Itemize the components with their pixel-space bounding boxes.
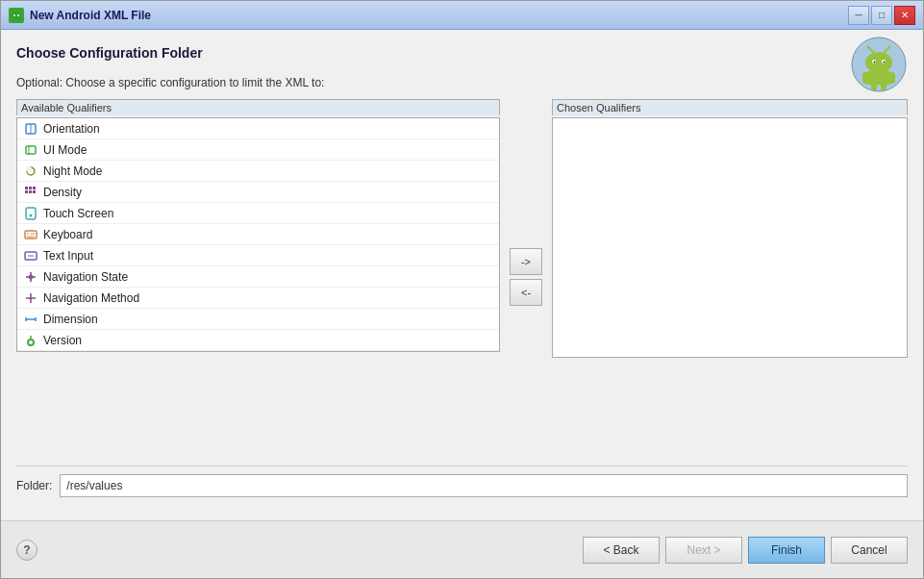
svg-rect-16 <box>866 71 891 85</box>
version-icon <box>23 333 38 348</box>
svg-rect-30 <box>25 190 28 193</box>
instruction-text: Optional: Choose a specific configuratio… <box>16 76 908 89</box>
svg-point-26 <box>26 166 32 172</box>
folder-label: Folder: <box>16 479 52 492</box>
back-button[interactable]: < Back <box>583 537 660 564</box>
svg-point-4 <box>13 14 15 16</box>
chosen-qualifiers-label: Chosen Qualifiers <box>552 99 908 115</box>
list-item[interactable]: Version <box>17 330 499 351</box>
night-mode-icon <box>23 164 38 179</box>
density-icon <box>23 185 38 200</box>
folder-section: Folder: <box>16 466 908 505</box>
close-button[interactable]: ✕ <box>894 6 915 25</box>
svg-rect-35 <box>25 231 37 239</box>
keyboard-icon <box>23 227 38 242</box>
qualifiers-section: Available Qualifiers Orientation UI Mode <box>16 99 908 454</box>
svg-point-14 <box>867 46 870 49</box>
available-qualifiers-label: Available Qualifiers <box>16 99 500 115</box>
add-qualifier-button[interactable]: -> <box>510 248 542 275</box>
svg-point-15 <box>888 46 891 49</box>
available-qualifiers-list[interactable]: Orientation UI Mode Night Mode <box>16 117 500 352</box>
chosen-qualifiers-container: Chosen Qualifiers <box>552 99 908 358</box>
available-qualifiers-container: Available Qualifiers Orientation UI Mode <box>16 99 500 352</box>
dimension-icon <box>23 312 38 327</box>
orientation-icon <box>23 121 38 137</box>
svg-point-10 <box>874 62 876 63</box>
list-item[interactable]: Dimension <box>17 309 499 330</box>
svg-rect-23 <box>26 146 36 154</box>
svg-rect-32 <box>33 190 36 193</box>
svg-point-11 <box>884 62 886 63</box>
android-logo <box>850 36 908 93</box>
maximize-button[interactable]: □ <box>871 6 892 25</box>
list-item[interactable]: Text Input <box>17 245 499 266</box>
svg-rect-31 <box>29 190 32 193</box>
navigation-method-icon <box>23 290 38 306</box>
list-item[interactable]: UI Mode <box>17 139 499 161</box>
svg-point-5 <box>17 14 19 16</box>
chosen-qualifiers-list[interactable] <box>552 117 908 358</box>
svg-rect-17 <box>862 72 869 84</box>
svg-rect-18 <box>888 72 895 84</box>
svg-line-3 <box>19 10 21 12</box>
text-input-icon <box>23 248 38 264</box>
svg-rect-27 <box>25 187 28 189</box>
svg-line-2 <box>12 10 13 12</box>
svg-rect-28 <box>29 187 32 189</box>
bottom-bar: ? < Back Next > Finish Cancel <box>1 520 923 578</box>
svg-rect-20 <box>881 83 887 90</box>
svg-rect-29 <box>33 187 36 189</box>
list-item[interactable]: Keyboard <box>17 224 499 245</box>
folder-input[interactable] <box>60 474 908 497</box>
dialog-content: Choose Configuration Folder <box>1 30 923 520</box>
list-item[interactable]: Touch Screen <box>17 203 499 224</box>
svg-rect-19 <box>871 83 877 90</box>
svg-rect-33 <box>26 208 36 219</box>
app-icon <box>9 8 24 23</box>
navigation-state-icon <box>23 269 38 285</box>
window-controls: ─ □ ✕ <box>848 6 915 25</box>
minimize-button[interactable]: ─ <box>848 6 869 25</box>
list-item[interactable]: Density <box>17 182 499 203</box>
page-title: Choose Configuration Folder <box>16 45 908 61</box>
finish-button[interactable]: Finish <box>748 537 825 564</box>
list-item[interactable]: Navigation Method <box>17 288 499 309</box>
cancel-button[interactable]: Cancel <box>831 537 908 564</box>
touch-screen-icon <box>23 206 38 221</box>
transfer-buttons: -> <- <box>506 248 546 306</box>
remove-qualifier-button[interactable]: <- <box>510 279 542 306</box>
help-button[interactable]: ? <box>16 540 37 561</box>
titlebar: New Android XML File ─ □ ✕ <box>1 1 923 30</box>
svg-point-7 <box>865 52 892 73</box>
ui-mode-icon <box>23 142 38 158</box>
next-button[interactable]: Next > <box>665 537 742 564</box>
window-title: New Android XML File <box>30 9 848 22</box>
svg-point-34 <box>30 214 33 216</box>
list-item[interactable]: Navigation State <box>17 266 499 288</box>
main-window: New Android XML File ─ □ ✕ Choose Config… <box>0 0 924 579</box>
list-item[interactable]: Night Mode <box>17 161 499 182</box>
list-item[interactable]: Orientation <box>17 118 499 139</box>
svg-point-50 <box>29 340 33 344</box>
